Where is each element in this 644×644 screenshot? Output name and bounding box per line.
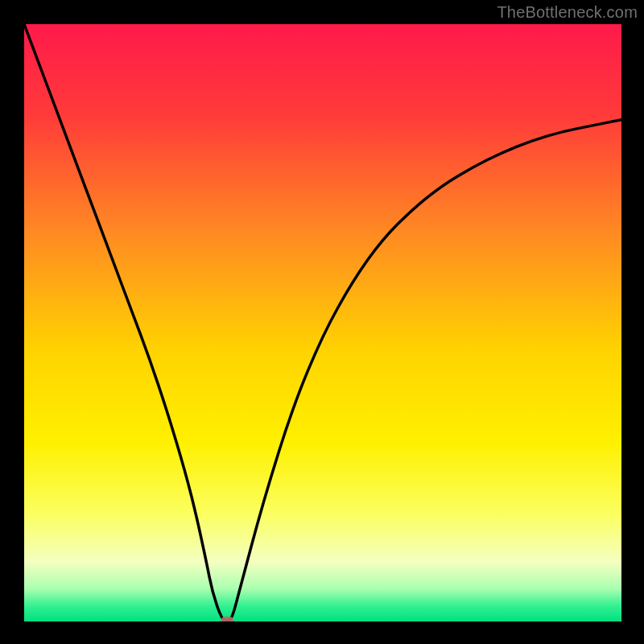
chart-stage: TheBottleneck.com [0, 0, 644, 644]
plot-area [24, 24, 621, 621]
watermark-text: TheBottleneck.com [497, 3, 638, 22]
gradient-background [24, 24, 621, 621]
svg-rect-0 [24, 24, 621, 621]
